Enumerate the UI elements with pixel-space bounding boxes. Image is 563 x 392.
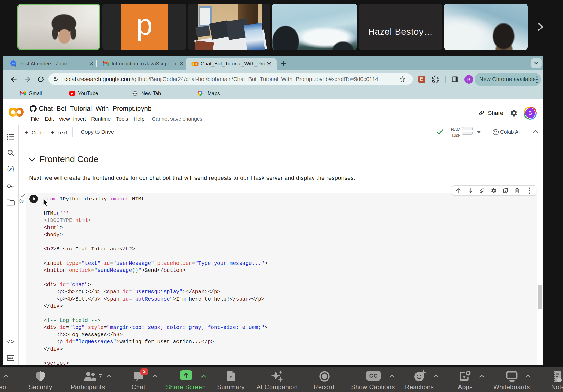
svg-text:zm: zm xyxy=(12,62,15,65)
